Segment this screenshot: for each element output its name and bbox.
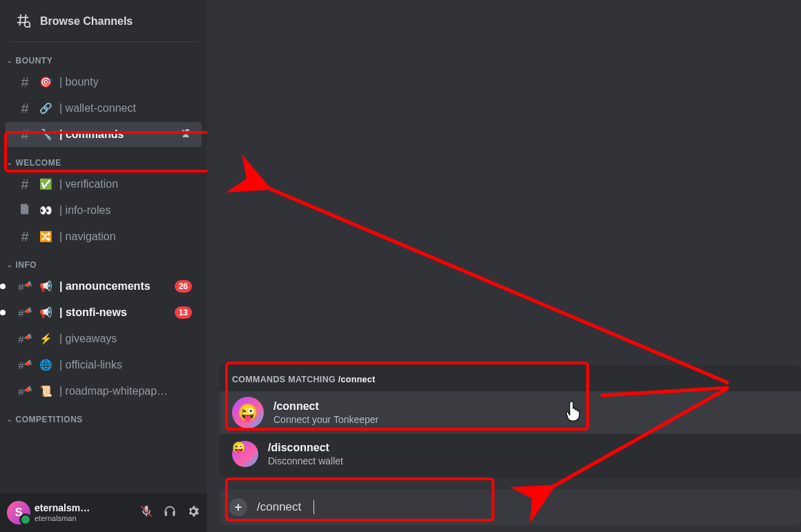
- channel-item[interactable]: #📣📢| announcements26: [6, 274, 202, 299]
- command-suggestion[interactable]: 😜/disconnectDisconnect wallet: [220, 435, 801, 473]
- unread-badge: 13: [175, 306, 192, 319]
- text-caret: [313, 500, 314, 514]
- user-block[interactable]: eternalsm… eternalsman: [35, 503, 90, 522]
- hash-icon: #: [18, 127, 32, 143]
- attach-plus-icon[interactable]: +: [229, 498, 247, 516]
- channel-label: | info-roles: [59, 204, 110, 217]
- headphones-icon[interactable]: [163, 504, 177, 521]
- unread-badge: 26: [175, 280, 192, 293]
- cursor-pointer-icon: [565, 400, 584, 424]
- channel-item[interactable]: #🔀| navigation: [6, 224, 202, 249]
- channel-emoji: 📢: [39, 280, 52, 293]
- hash-icon: #: [18, 75, 32, 90]
- command-autocomplete-panel: COMMANDS MATCHING /connect 😜/connectConn…: [220, 365, 801, 478]
- hash-icon: #: [18, 101, 32, 117]
- user-name: eternalsm…: [35, 503, 90, 513]
- divider: [10, 41, 197, 42]
- browse-label: Browse Channels: [40, 15, 133, 28]
- bot-avatar: 😜: [232, 441, 258, 467]
- channel-item[interactable]: #✅| verification: [6, 172, 202, 197]
- channel-label: | official-links: [59, 359, 122, 371]
- channel-label: | announcements: [59, 280, 151, 293]
- command-suggestion[interactable]: 😜/connectConnect your Tonkeeper: [220, 391, 801, 434]
- channel-emoji: 📜: [39, 385, 52, 397]
- message-input[interactable]: + /connect: [220, 489, 801, 525]
- category-competitions[interactable]: ⌄ COMPETITIONS: [0, 405, 207, 427]
- channel-item[interactable]: #🔗| wallet-connect: [6, 96, 202, 121]
- channel-label: | bounty: [59, 76, 99, 88]
- chevron-down-icon: ⌄: [7, 57, 13, 64]
- hash-icon: #: [18, 229, 32, 245]
- chevron-down-icon: ⌄: [7, 159, 13, 166]
- hash-announce-icon: #📣: [18, 359, 32, 371]
- command-subtitle: Disconnect wallet: [268, 455, 343, 466]
- command-matching-header: COMMANDS MATCHING /connect: [220, 375, 801, 390]
- channel-label: | navigation: [59, 230, 116, 243]
- svg-point-0: [25, 22, 30, 28]
- channel-label: | wallet-connect: [59, 102, 136, 115]
- channel-label: | giveaways: [59, 333, 117, 345]
- channel-item[interactable]: #🎯| bounty: [6, 70, 202, 95]
- channel-emoji: ✅: [39, 178, 52, 190]
- bot-avatar: 😜: [232, 397, 264, 428]
- user-status: eternalsman: [35, 514, 90, 522]
- channel-label: | roadmap-whitepap…: [59, 385, 168, 397]
- channel-label: | verification: [59, 178, 118, 190]
- category-info[interactable]: ⌄ INFO: [0, 250, 207, 273]
- channel-item[interactable]: #🔧| commands: [6, 122, 202, 147]
- channel-item[interactable]: #📣⚡| giveaways: [6, 326, 202, 351]
- channel-emoji: 👀: [39, 204, 52, 217]
- hash-announce-icon: #📣: [18, 333, 32, 345]
- channel-emoji: 🔧: [39, 128, 52, 141]
- settings-gear-icon[interactable]: [186, 504, 200, 521]
- hash-announce-icon: #📣: [18, 307, 32, 319]
- rules-icon: [18, 203, 32, 219]
- hash-icon: #: [18, 177, 32, 193]
- hash-announce-icon: #📣: [18, 386, 32, 397]
- command-title: /disconnect: [268, 442, 343, 454]
- app-root: Browse Channels ⌄ BOUNTY#🎯| bounty#🔗| wa…: [0, 0, 801, 532]
- svg-line-1: [29, 26, 30, 28]
- unread-pill: [0, 284, 6, 289]
- user-avatar[interactable]: S: [7, 501, 30, 524]
- channel-item[interactable]: 👀| info-roles: [6, 198, 202, 223]
- chevron-down-icon: ⌄: [7, 262, 13, 268]
- channel-label: | stonfi-news: [59, 306, 127, 319]
- channel-emoji: 📢: [39, 306, 52, 319]
- channel-emoji: 🔀: [39, 230, 52, 243]
- channel-sidebar: Browse Channels ⌄ BOUNTY#🎯| bounty#🔗| wa…: [0, 0, 207, 532]
- browse-channels[interactable]: Browse Channels: [0, 8, 207, 41]
- typed-text: /connect: [257, 500, 301, 514]
- unread-pill: [0, 310, 6, 315]
- chevron-down-icon: ⌄: [7, 416, 13, 423]
- channel-emoji: 🔗: [39, 102, 52, 115]
- channel-item[interactable]: #📣🌐| official-links: [6, 353, 202, 377]
- channel-label: | commands: [59, 128, 124, 141]
- browse-icon: [15, 12, 30, 30]
- hash-announce-icon: #📣: [18, 281, 32, 293]
- user-footer: S eternalsm… eternalsman: [0, 493, 207, 532]
- mute-mic-icon[interactable]: [139, 504, 153, 521]
- channel-emoji: 🌐: [39, 359, 52, 371]
- category-welcome[interactable]: ⌄ WELCOME: [0, 148, 207, 170]
- main-area: COMMANDS MATCHING /connect 😜/connectConn…: [207, 0, 801, 532]
- category-bounty[interactable]: ⌄ BOUNTY: [0, 46, 207, 68]
- command-title: /connect: [273, 400, 378, 413]
- command-subtitle: Connect your Tonkeeper: [273, 414, 378, 425]
- channel-item[interactable]: #📣📜| roadmap-whitepap…: [6, 379, 202, 404]
- channel-emoji: 🎯: [39, 76, 52, 88]
- channel-item[interactable]: #📣📢| stonfi-news13: [6, 300, 202, 325]
- add-user-icon[interactable]: [180, 127, 192, 142]
- channel-emoji: ⚡: [39, 333, 52, 345]
